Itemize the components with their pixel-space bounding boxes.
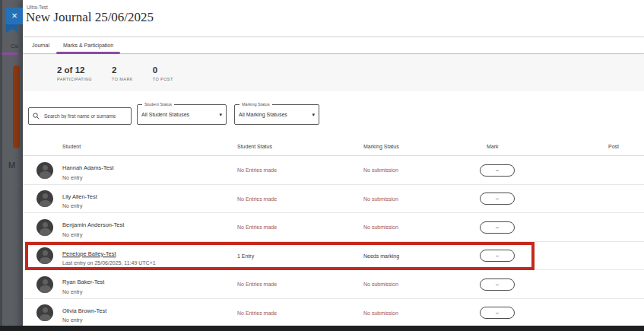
avatar <box>36 190 53 207</box>
marking-status-value: No submission <box>363 196 398 201</box>
student-cell: Ryan Baker-Test No entry <box>62 274 104 295</box>
chevron-down-icon: ▾ <box>219 112 222 118</box>
table-header: Student Student Status Marking Status Ma… <box>23 138 644 156</box>
chevron-down-icon: ▾ <box>312 112 315 118</box>
close-icon: × <box>11 10 17 21</box>
student-name-link[interactable]: Hannah Adams-Test <box>62 165 114 172</box>
student-name-link[interactable]: Lily Allen-Test <box>62 193 97 200</box>
student-status-value: No Entries made <box>237 167 277 173</box>
student-cell: Lily Allen-Test No entry <box>62 188 97 209</box>
marking-status-value: Needs marking <box>363 253 399 258</box>
table-row[interactable]: Lily Allen-Test No entry No Entries made… <box>23 185 644 214</box>
marking-status-value: No submission <box>363 167 398 173</box>
avatar <box>36 162 53 179</box>
course-label: Ultra-Test <box>27 5 48 10</box>
mark-button[interactable]: – <box>480 193 515 205</box>
stats-bar: 2 of 12 PARTICIPATING 2 TO MARK 0 TO POS… <box>23 55 644 91</box>
student-entry-info: No entry <box>62 175 114 180</box>
student-entry-info: No entry <box>62 318 106 323</box>
student-entry-info: No entry <box>62 232 124 237</box>
tab-marks-participation[interactable]: Marks & Participation <box>56 37 120 53</box>
stat-label: PARTICIPATING <box>57 77 92 81</box>
column-header-post: Post <box>608 144 619 149</box>
student-status-value: No Entries made <box>237 310 277 315</box>
mark-button[interactable]: – <box>480 250 515 262</box>
column-header-student-status: Student Status <box>237 144 272 149</box>
student-entry-info: No entry <box>62 289 104 294</box>
table-row[interactable]: Olivia Brown-Test No entry No Entries ma… <box>23 299 644 328</box>
mark-button[interactable]: – <box>480 221 515 234</box>
background-partial-letter: M <box>8 161 15 170</box>
marking-status-value: No submission <box>363 282 398 287</box>
tab-bar: Journal Marks & Participation <box>23 37 644 54</box>
student-status-filter[interactable]: Student Status All Student Statuses ▾ <box>137 104 227 125</box>
student-entry-info: Last entry on 25/06/2025, 11:49 UTC+1 <box>62 261 156 266</box>
background-page-strip: Co M <box>0 0 23 331</box>
student-name-link[interactable]: Penelope Bailey-Test <box>62 250 116 257</box>
table-row[interactable]: Benjamin Anderson-Test No entry No Entri… <box>23 213 644 242</box>
marking-status-filter-value: All Marking Statuses <box>239 112 287 117</box>
mark-button[interactable]: – <box>480 164 515 177</box>
background-orange-bar <box>13 65 20 148</box>
avatar <box>36 219 53 236</box>
marking-status-value: No submission <box>363 224 398 230</box>
avatar <box>36 304 53 321</box>
student-cell: Olivia Brown-Test No entry <box>62 302 106 323</box>
avatar <box>36 247 53 264</box>
column-header-marking-status: Marking Status <box>363 144 399 149</box>
stat-value: 2 <box>112 65 133 75</box>
mark-button[interactable]: – <box>480 278 515 291</box>
background-tab-underline <box>2 53 18 55</box>
table-row[interactable]: Ryan Baker-Test No entry No Entries made… <box>23 270 644 299</box>
stat-value: 0 <box>153 65 173 75</box>
student-status-filter-value: All Student Statuses <box>141 112 189 117</box>
student-cell: Hannah Adams-Test No entry <box>62 160 114 181</box>
search-icon <box>33 113 40 119</box>
search-input[interactable] <box>43 113 127 119</box>
background-edge <box>0 0 2 331</box>
close-panel-button[interactable]: × <box>6 8 23 24</box>
table-row[interactable]: Hannah Adams-Test No entry No Entries ma… <box>23 156 644 185</box>
student-table-body: Hannah Adams-Test No entry No Entries ma… <box>23 156 644 327</box>
background-partial-tab: Co <box>11 43 18 49</box>
marking-status-value: No submission <box>363 310 398 315</box>
column-header-mark: Mark <box>487 144 499 149</box>
student-cell: Penelope Bailey-Test Last entry on 25/06… <box>62 245 156 266</box>
student-name-link[interactable]: Ryan Baker-Test <box>62 279 104 286</box>
student-status-value: No Entries made <box>237 282 277 287</box>
marking-status-filter-label: Marking Status <box>240 102 272 107</box>
stat-participating: 2 of 12 PARTICIPATING <box>57 65 92 81</box>
student-name-link[interactable]: Olivia Brown-Test <box>62 307 106 314</box>
stat-label: TO MARK <box>112 77 133 81</box>
stat-to-mark: 2 TO MARK <box>112 65 133 81</box>
tab-journal[interactable]: Journal <box>25 37 56 53</box>
student-entry-info: No entry <box>62 204 97 209</box>
table-row[interactable]: Penelope Bailey-Test Last entry on 25/06… <box>23 242 644 271</box>
student-cell: Benjamin Anderson-Test No entry <box>62 217 124 238</box>
student-status-filter-label: Student Status <box>142 102 174 107</box>
bottom-window-edge <box>0 326 644 331</box>
stat-label: TO POST <box>153 77 173 81</box>
marking-status-filter[interactable]: Marking Status All Marking Statuses ▾ <box>234 104 319 125</box>
avatar <box>36 276 53 293</box>
student-status-value: 1 Entry <box>237 253 254 258</box>
screen: Co M × Ultra-Test New Journal 25/06/2025… <box>0 0 644 331</box>
student-status-value: No Entries made <box>237 196 277 201</box>
stat-value: 2 of 12 <box>57 65 92 75</box>
student-status-value: No Entries made <box>237 224 277 230</box>
journal-panel: Ultra-Test New Journal 25/06/2025 Journa… <box>23 0 644 331</box>
mark-button[interactable]: – <box>480 307 515 319</box>
page-title: New Journal 25/06/2025 <box>26 10 154 25</box>
search-box <box>28 107 132 125</box>
stat-to-post: 0 TO POST <box>153 65 173 81</box>
student-name-link[interactable]: Benjamin Anderson-Test <box>62 222 124 229</box>
column-header-student: Student <box>62 144 81 149</box>
